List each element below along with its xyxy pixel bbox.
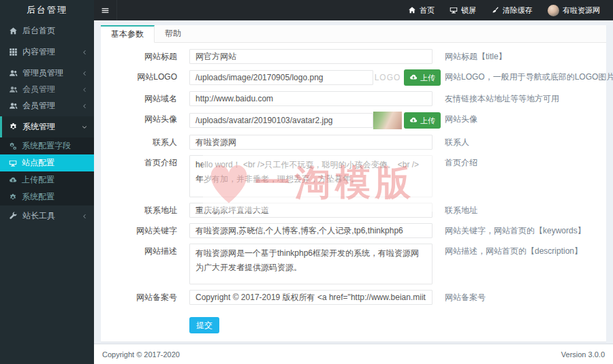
nav-user-menu[interactable]: 有啦资源网 <box>540 0 608 20</box>
footer-copyright: Copyright © 2017-2020 <box>102 350 180 359</box>
field-help: 友情链接本站地址等等地方可用 <box>445 91 559 106</box>
field-label: 网站备案号 <box>101 290 177 305</box>
field-label: 网站关键字 <box>101 223 177 238</box>
field-help: 联系人 <box>445 135 469 150</box>
icp-record-input[interactable] <box>189 290 433 305</box>
field-label: 网站标题 <box>101 49 177 64</box>
site-description-textarea[interactable]: 有啦资源网是一个基于thinkphp6框架开发的系统，有啦资源网为广大开发者提供… <box>189 244 433 284</box>
field-help: 网站LOGO，一般用于导航或底部的LOGO图片 <box>445 69 613 86</box>
upload-button-label: 上传 <box>420 73 435 83</box>
hamburger-icon <box>101 6 110 15</box>
tab-bar: 基本参数 帮助 <box>101 25 606 43</box>
chevron-left-icon <box>81 103 88 110</box>
main-content: 基本参数 帮助 网站标题 网站标题【title】 网站LOGO LOGO 上传 <box>94 20 613 364</box>
chevron-down-icon <box>81 124 88 131</box>
monitor-icon <box>450 6 458 14</box>
sidebar-item-content[interactable]: 内容管理 <box>0 42 94 63</box>
sidebar-item-members[interactable]: 会员管理 <box>0 95 94 116</box>
home-icon <box>9 27 18 35</box>
field-help: 网站关键字，网站首页的【keywords】 <box>445 223 586 238</box>
field-label: 网站头像 <box>101 112 177 129</box>
nav-home-label: 首页 <box>420 5 435 16</box>
form-row-logo: 网站LOGO LOGO 上传 网站LOGO，一般用于导航或底部的LOGO图片 <box>101 69 606 86</box>
users-icon <box>9 85 18 94</box>
users-icon <box>9 69 18 78</box>
nav-username: 有啦资源网 <box>563 5 600 16</box>
cloud-upload-icon <box>9 176 17 184</box>
field-label: 网站域名 <box>101 91 177 106</box>
field-label: 网站LOGO <box>101 69 177 86</box>
sidebar-item-members-clipped[interactable]: 会员管理 <box>0 84 94 95</box>
submit-button[interactable]: 提交 <box>189 317 219 333</box>
wrench-icon <box>9 212 18 220</box>
chevron-left-icon <box>81 49 88 56</box>
app-brand[interactable]: 后台管理 <box>0 0 94 20</box>
sidebar-item-webmaster-tools[interactable]: 站长工具 <box>0 205 94 227</box>
site-title-input[interactable] <box>189 49 433 64</box>
chevron-left-icon <box>81 70 88 77</box>
logo-upload-button[interactable]: 上传 <box>404 69 441 86</box>
field-help: 网站标题【title】 <box>445 49 507 64</box>
field-help: 网站描述，网站首页的【description】 <box>445 244 582 284</box>
chevron-left-icon <box>81 86 88 93</box>
nav-lockscreen[interactable]: 锁屏 <box>442 0 484 20</box>
form-row-icp: 网站备案号 网站备案号 <box>101 290 606 305</box>
submenu-item-upload-config[interactable]: 上传配置 <box>0 171 94 188</box>
navbar-right: 首页 锁屏 清除缓存 有啦资源网 <box>400 0 613 20</box>
nav-clear-cache[interactable]: 清除缓存 <box>484 0 540 20</box>
settings-card: 基本参数 帮助 网站标题 网站标题【title】 网站LOGO LOGO 上传 <box>101 25 606 342</box>
form-row-domain: 网站域名 友情链接本站地址等等地方可用 <box>101 91 606 106</box>
sidebar-item-system[interactable]: 系统管理 <box>0 116 94 137</box>
submenu-item-config-fields[interactable]: 系统配置字段 <box>0 137 94 154</box>
field-label: 网站描述 <box>101 244 177 284</box>
sidebar-item-label: 管理员管理 <box>22 67 63 79</box>
site-keywords-input[interactable] <box>189 223 433 238</box>
sidebar-toggle-button[interactable] <box>94 0 117 20</box>
form-row-contact: 联系人 联系人 <box>101 135 606 150</box>
sidebar-item-label: 内容管理 <box>22 46 55 58</box>
nav-clear-cache-label: 清除缓存 <box>503 5 533 16</box>
avatar-upload-button[interactable]: 上传 <box>404 112 441 129</box>
submenu-item-label: 系统配置字段 <box>22 140 71 152</box>
sidebar-item-label: 系统管理 <box>22 121 55 133</box>
cogs-icon <box>9 142 17 150</box>
user-avatar <box>548 5 559 16</box>
form-row-description: 网站描述 有啦资源网是一个基于thinkphp6框架开发的系统，有啦资源网为广大… <box>101 244 606 284</box>
gear-icon <box>9 193 17 201</box>
submenu-item-site-config[interactable]: 站点配置 <box>0 154 94 171</box>
tab-basic-params[interactable]: 基本参数 <box>101 25 155 43</box>
cloud-upload-icon <box>409 116 418 125</box>
home-intro-textarea[interactable]: hello word！ <br />只工作不玩耍，聪明的小孩会变傻。 <br /… <box>189 155 433 197</box>
field-help: 网站头像 <box>445 112 477 129</box>
monitor-icon <box>9 159 17 167</box>
site-logo-input[interactable] <box>189 70 373 85</box>
site-domain-input[interactable] <box>189 91 433 106</box>
site-config-form: 网站标题 网站标题【title】 网站LOGO LOGO 上传 网站LOGO，一… <box>101 43 606 333</box>
form-row-avatar: 网站头像 上传 网站头像 <box>101 112 606 129</box>
field-label: 首页介绍 <box>101 155 177 197</box>
submit-row: 提交 <box>189 317 606 333</box>
home-icon <box>408 6 416 14</box>
site-avatar-input[interactable] <box>189 113 373 128</box>
tab-help[interactable]: 帮助 <box>155 25 191 42</box>
form-row-keywords: 网站关键字 网站关键字，网站首页的【keywords】 <box>101 223 606 238</box>
submenu-item-label: 站点配置 <box>22 157 54 169</box>
sidebar-item-label: 站长工具 <box>22 210 55 222</box>
submenu-item-system-config[interactable]: 系统配置 <box>0 188 94 205</box>
sidebar-item-admins[interactable]: 管理员管理 <box>0 63 94 84</box>
field-label: 联系地址 <box>101 203 177 218</box>
sidebar-item-label: 后台首页 <box>22 25 55 37</box>
grid-icon <box>9 48 18 56</box>
cloud-upload-icon <box>409 73 418 82</box>
footer-version: Version 3.0.0 <box>561 350 605 359</box>
field-help: 网站备案号 <box>445 290 486 305</box>
logo-preview: LOGO <box>373 73 402 82</box>
sidebar-item-dashboard[interactable]: 后台首页 <box>0 20 94 42</box>
contact-address-input[interactable] <box>189 203 433 218</box>
form-row-address: 联系地址 联系地址 <box>101 203 606 218</box>
nav-home[interactable]: 首页 <box>400 0 442 20</box>
users-icon <box>9 101 18 110</box>
form-row-title: 网站标题 网站标题【title】 <box>101 49 606 64</box>
page-footer: Copyright © 2017-2020 Version 3.0.0 <box>94 344 613 364</box>
contact-person-input[interactable] <box>189 135 433 150</box>
